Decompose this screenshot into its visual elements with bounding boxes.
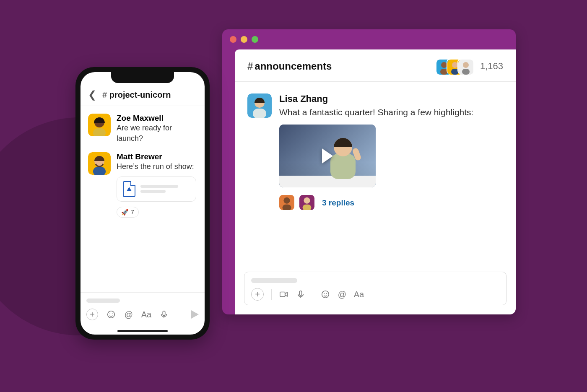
video-icon[interactable] <box>279 290 288 299</box>
svg-rect-35 <box>163 311 165 316</box>
channel-name-text: announcements <box>255 60 332 72</box>
svg-rect-12 <box>330 154 356 179</box>
svg-point-16 <box>283 197 290 204</box>
file-icon <box>123 181 135 197</box>
reply-avatar <box>299 195 315 211</box>
window-close-dot[interactable] <box>230 36 236 43</box>
phone-screen: ❮ # project-unicorn Zoe Maxwell Are we r… <box>81 72 205 335</box>
message-text: Are we ready for launch? <box>117 123 197 144</box>
svg-rect-31 <box>93 167 106 175</box>
svg-point-19 <box>304 197 310 204</box>
svg-point-23 <box>322 291 329 298</box>
phone-device: ❮ # project-unicorn Zoe Maxwell Are we r… <box>75 67 210 340</box>
member-avatar-stack <box>440 59 473 74</box>
message-author: Matt Brewer <box>117 152 196 161</box>
home-indicator <box>117 330 168 332</box>
video-attachment[interactable] <box>279 125 376 187</box>
mobile-composer[interactable]: + @ Aa <box>81 292 205 335</box>
channel-members[interactable]: 1,163 <box>440 59 503 74</box>
composer-placeholder <box>251 278 297 283</box>
svg-point-33 <box>109 313 110 314</box>
mobile-channel-name: project-unicorn <box>109 90 171 99</box>
svg-point-4 <box>452 62 458 68</box>
svg-point-24 <box>324 293 325 294</box>
reaction-count: 7 <box>131 209 134 215</box>
phone-notch <box>111 72 174 83</box>
author-avatar[interactable] <box>247 93 272 118</box>
play-icon <box>322 148 333 164</box>
file-meta-placeholder <box>140 183 178 195</box>
message-text: Here’s the run of show: <box>117 161 196 172</box>
svg-rect-8 <box>462 69 470 75</box>
member-count: 1,163 <box>480 61 503 72</box>
channel-title[interactable]: #announcements <box>247 60 332 72</box>
divider <box>313 289 313 300</box>
replies-link[interactable]: 3 replies <box>322 198 354 208</box>
mobile-message: Zoe Maxwell Are we ready for launch? <box>81 106 205 145</box>
emoji-icon[interactable] <box>321 290 330 299</box>
emoji-icon[interactable] <box>106 310 116 319</box>
svg-point-1 <box>441 62 447 68</box>
mic-icon[interactable] <box>296 290 305 299</box>
svg-rect-20 <box>303 205 312 210</box>
rocket-emoji: 🚀 <box>121 209 128 215</box>
desktop-panel: #announcements 1,163 <box>235 49 516 314</box>
send-icon[interactable] <box>191 310 199 319</box>
svg-point-32 <box>108 311 115 318</box>
mobile-message: Matt Brewer Here’s the run of show: 🚀 7 <box>81 145 205 218</box>
window-titlebar <box>222 29 516 49</box>
svg-rect-21 <box>280 292 285 297</box>
divider <box>271 289 272 300</box>
svg-point-34 <box>112 313 113 314</box>
thread-row[interactable]: 3 replies <box>279 195 503 211</box>
svg-point-7 <box>463 62 469 68</box>
hash-icon: # <box>247 60 253 72</box>
channel-header: #announcements 1,163 <box>235 49 516 82</box>
svg-rect-22 <box>299 291 302 296</box>
author-avatar[interactable] <box>88 114 111 136</box>
format-icon[interactable]: Aa <box>142 310 151 319</box>
svg-rect-11 <box>253 109 266 118</box>
svg-rect-17 <box>283 205 291 210</box>
member-avatar <box>457 59 473 74</box>
reaction-chip[interactable]: 🚀 7 <box>117 207 139 218</box>
hash-icon: # <box>102 90 107 99</box>
mic-icon[interactable] <box>159 310 169 319</box>
reply-avatar <box>279 195 295 211</box>
window-maximize-dot[interactable] <box>252 36 258 43</box>
svg-point-25 <box>326 293 327 294</box>
mention-icon[interactable]: @ <box>338 290 347 299</box>
format-icon[interactable]: Aa <box>354 290 364 299</box>
composer-placeholder <box>86 299 120 303</box>
attach-button[interactable]: + <box>86 309 98 320</box>
window-minimize-dot[interactable] <box>241 36 247 43</box>
message-text: What a fantastic quarter! Sharing a few … <box>279 106 503 119</box>
message: Lisa Zhang What a fantastic quarter! Sha… <box>235 82 516 215</box>
message-author: Lisa Zhang <box>279 93 503 104</box>
svg-rect-28 <box>93 128 106 136</box>
mobile-channel-title[interactable]: # project-unicorn <box>102 90 171 100</box>
mention-icon[interactable]: @ <box>124 310 133 319</box>
author-avatar[interactable] <box>88 152 111 175</box>
file-attachment[interactable] <box>117 177 196 202</box>
back-icon[interactable]: ❮ <box>88 89 96 101</box>
message-author: Zoe Maxwell <box>117 114 197 123</box>
desktop-window: #announcements 1,163 <box>222 29 516 314</box>
attach-button[interactable]: + <box>251 288 264 301</box>
message-composer[interactable]: + @ Aa <box>244 272 506 305</box>
